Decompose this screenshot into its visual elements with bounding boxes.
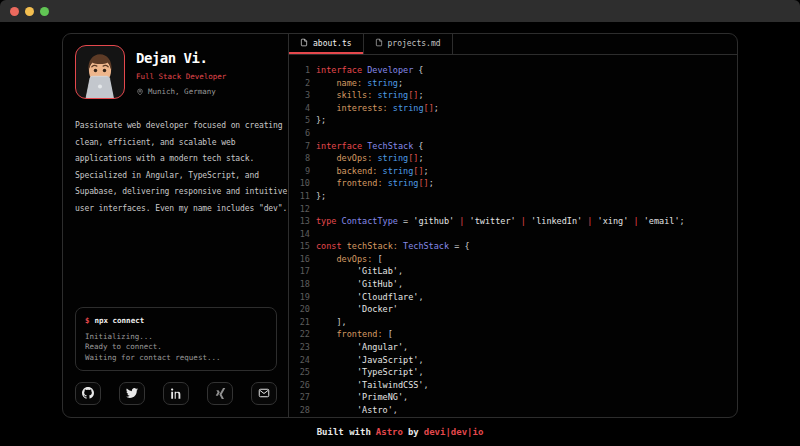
profile-role: Full Stack Developer bbox=[136, 72, 226, 81]
profile-location: Munich, Germany bbox=[148, 87, 216, 96]
email-icon bbox=[258, 384, 270, 403]
line-number: 1 bbox=[298, 65, 310, 78]
xing-link-button[interactable] bbox=[207, 382, 233, 405]
code-line: 17 'GitLab', bbox=[298, 266, 737, 279]
line-number: 9 bbox=[298, 166, 310, 179]
profile-header: Dejan Vi. Full Stack Developer Munich, G… bbox=[75, 45, 277, 99]
location-pin-icon bbox=[136, 88, 144, 96]
line-number: 13 bbox=[298, 216, 310, 229]
code-line: 7interface TechStack { bbox=[298, 141, 737, 154]
code-text: devOps: string[]; bbox=[316, 153, 424, 166]
close-button[interactable] bbox=[10, 7, 19, 16]
line-number: 27 bbox=[298, 392, 310, 405]
code-text: interface Developer { bbox=[316, 65, 424, 78]
github-icon bbox=[82, 384, 94, 403]
code-line: 11}; bbox=[298, 191, 737, 204]
terminal-output-line: Waiting for contact request... bbox=[85, 353, 267, 363]
profile-name: Dejan Vi. bbox=[136, 50, 226, 66]
terminal-output-line: Ready to connect. bbox=[85, 342, 267, 352]
github-link-button[interactable] bbox=[75, 382, 101, 405]
line-number: 23 bbox=[298, 342, 310, 355]
location-row: Munich, Germany bbox=[136, 87, 226, 96]
memoji-avatar-graphic bbox=[76, 46, 124, 98]
code-line: 23 'Angular', bbox=[298, 342, 737, 355]
line-number: 26 bbox=[298, 380, 310, 393]
code-text: 'TailwindCSS', bbox=[316, 380, 429, 393]
linkedin-link-button[interactable] bbox=[163, 382, 189, 405]
line-number: 8 bbox=[298, 153, 310, 166]
code-text: frontend: [ bbox=[316, 329, 393, 342]
code-line: 5}; bbox=[298, 115, 737, 128]
terminal-output-line: Initializing... bbox=[85, 332, 267, 342]
line-number: 11 bbox=[298, 191, 310, 204]
code-text: }; bbox=[316, 115, 326, 128]
window-titlebar bbox=[0, 0, 800, 22]
code-line: 16 devOps: [ bbox=[298, 254, 737, 267]
xing-icon bbox=[215, 384, 226, 403]
code-text: 'Cloudflare', bbox=[316, 292, 424, 305]
minimize-button[interactable] bbox=[25, 7, 34, 16]
code-line: 27 'PrimeNG', bbox=[298, 392, 737, 405]
code-text: 'Astro', bbox=[316, 405, 398, 417]
code-text: interests: string[]; bbox=[316, 103, 439, 116]
code-text: ], bbox=[316, 317, 347, 330]
terminal-prompt: $ bbox=[85, 316, 90, 325]
footer-prefix: Built with bbox=[317, 427, 371, 437]
bio-text: Passionate web developer focused on crea… bbox=[75, 118, 277, 217]
code-line: 10 frontend: string[]; bbox=[298, 178, 737, 191]
line-number: 4 bbox=[298, 103, 310, 116]
code-text: devOps: [ bbox=[316, 254, 383, 267]
code-text: 'PrimeNG', bbox=[316, 392, 408, 405]
code-line: 15const techStack: TechStack = { bbox=[298, 241, 737, 254]
email-link-button[interactable] bbox=[251, 382, 277, 405]
tab-about.ts[interactable]: about.ts bbox=[289, 34, 364, 54]
code-line: 21 ], bbox=[298, 317, 737, 330]
footer-framework: Astro bbox=[376, 427, 403, 437]
code-line: 25 'TypeScript', bbox=[298, 367, 737, 380]
code-line: 2 name: string; bbox=[298, 78, 737, 91]
line-number: 5 bbox=[298, 115, 310, 128]
twitter-link-button[interactable] bbox=[119, 382, 145, 405]
code-text: interface TechStack { bbox=[316, 141, 424, 154]
editor-panel: about.tsprojects.md 1interface Developer… bbox=[289, 34, 737, 417]
code-line: 19 'Cloudflare', bbox=[298, 292, 737, 305]
line-number: 25 bbox=[298, 367, 310, 380]
code-text: frontend: string[]; bbox=[316, 178, 434, 191]
code-text: 'GitHub', bbox=[316, 279, 403, 292]
line-number: 7 bbox=[298, 141, 310, 154]
footer-site-link[interactable]: devi|dev|io bbox=[424, 427, 484, 437]
line-number: 20 bbox=[298, 304, 310, 317]
code-line: 24 'JavaScript', bbox=[298, 355, 737, 368]
line-number: 15 bbox=[298, 241, 310, 254]
code-text: skills: string[]; bbox=[316, 90, 424, 103]
line-number: 12 bbox=[298, 204, 310, 217]
code-line: 3 skills: string[]; bbox=[298, 90, 737, 103]
code-area: 1interface Developer {2 name: string;3 s… bbox=[289, 55, 737, 417]
code-line: 18 'GitHub', bbox=[298, 279, 737, 292]
line-number: 10 bbox=[298, 178, 310, 191]
code-text: }; bbox=[316, 191, 326, 204]
code-text: name: string; bbox=[316, 78, 403, 91]
code-line: 6 bbox=[298, 128, 737, 141]
tab-projects.md[interactable]: projects.md bbox=[364, 34, 453, 54]
maximize-button[interactable] bbox=[40, 7, 49, 16]
profile-panel: Dejan Vi. Full Stack Developer Munich, G… bbox=[63, 34, 289, 417]
line-number: 17 bbox=[298, 266, 310, 279]
identity-block: Dejan Vi. Full Stack Developer Munich, G… bbox=[136, 45, 226, 99]
code-text: 'TypeScript', bbox=[316, 367, 424, 380]
code-text: const techStack: TechStack = { bbox=[316, 241, 470, 254]
code-line: 26 'TailwindCSS', bbox=[298, 380, 737, 393]
code-text: 'Angular', bbox=[316, 342, 408, 355]
code-line: 8 devOps: string[]; bbox=[298, 153, 737, 166]
line-number: 3 bbox=[298, 90, 310, 103]
avatar bbox=[75, 45, 125, 99]
line-number: 24 bbox=[298, 355, 310, 368]
file-icon bbox=[300, 38, 308, 49]
social-links-row bbox=[75, 382, 277, 405]
code-line: 14 bbox=[298, 229, 737, 242]
code-line: 4 interests: string[]; bbox=[298, 103, 737, 116]
code-line: 20 'Docker' bbox=[298, 304, 737, 317]
code-line: 13type ContactType = 'github' | 'twitter… bbox=[298, 216, 737, 229]
code-line: 1interface Developer { bbox=[298, 65, 737, 78]
line-number: 6 bbox=[298, 128, 310, 141]
